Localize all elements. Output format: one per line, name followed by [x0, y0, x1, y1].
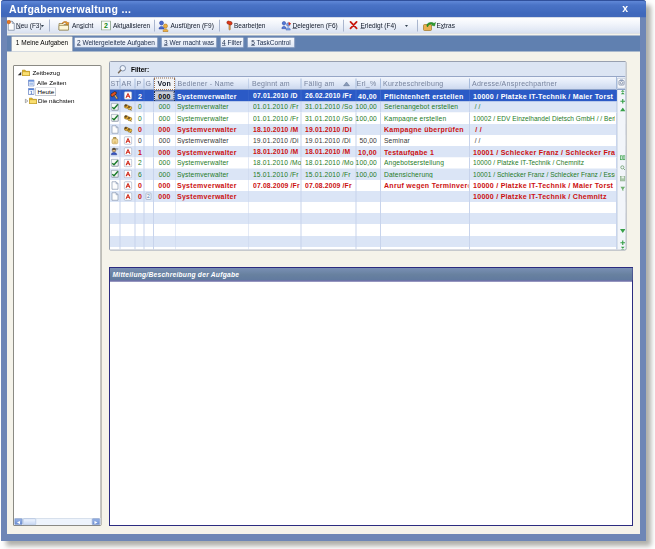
- svg-text:2: 2: [104, 22, 108, 29]
- svg-text:2: 2: [147, 193, 150, 199]
